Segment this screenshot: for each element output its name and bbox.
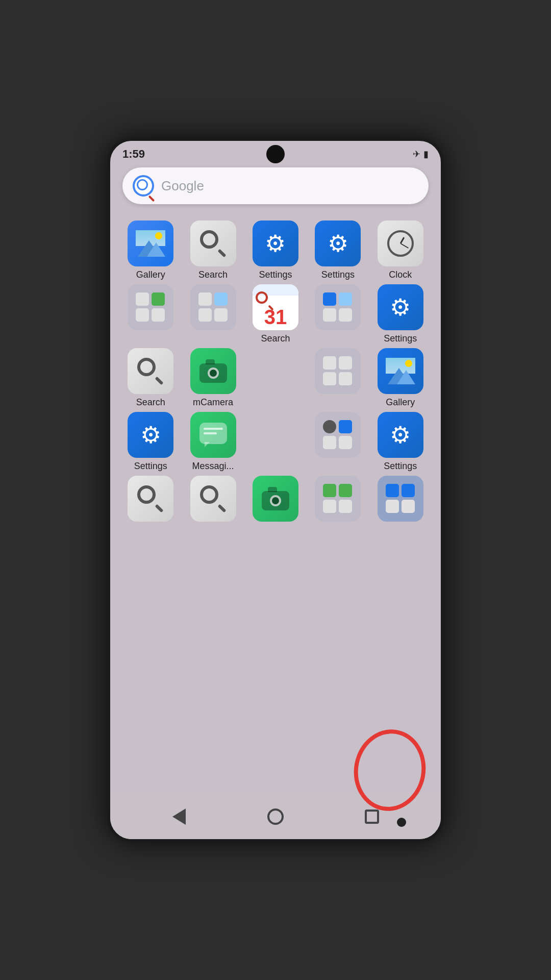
app-settings-3[interactable]: ⚙ Settings — [372, 284, 429, 344]
gallery-label: Gallery — [136, 270, 165, 280]
messaging-icon — [190, 412, 236, 458]
app-calendar[interactable]: 31 Search — [247, 284, 304, 344]
bottom-dot — [397, 818, 406, 827]
settings-3-label: Settings — [384, 333, 417, 344]
phone-frame: 1:59 ✈ ▮ Google — [107, 138, 444, 842]
settings-icon-5: ⚙ — [378, 412, 423, 458]
app-empty-1 — [247, 348, 304, 408]
app-search-3[interactable] — [122, 476, 179, 525]
nav-back-button[interactable] — [164, 801, 194, 832]
app-folder-4[interactable] — [310, 348, 366, 408]
screen-content: Google Gallery — [110, 167, 441, 525]
search-icon-3 — [128, 476, 173, 522]
app-empty-2 — [247, 412, 304, 472]
camera-notch — [266, 145, 285, 163]
calendar-icon: 31 — [253, 284, 298, 330]
settings-1-label: Settings — [259, 270, 292, 280]
search-overlay — [256, 291, 274, 310]
status-icons: ✈ ▮ — [413, 149, 429, 160]
clock-icon — [378, 220, 423, 266]
folder-6-icon — [315, 476, 361, 522]
settings-icon-4: ⚙ — [128, 412, 173, 458]
folder-7-icon — [378, 476, 423, 522]
search-icon-1 — [190, 220, 236, 266]
app-settings-1[interactable]: ⚙ Settings — [247, 220, 304, 280]
app-row-2: 31 Search ⚙ — [122, 284, 429, 344]
nav-home-button[interactable] — [260, 801, 291, 832]
search-icon-2 — [128, 348, 173, 394]
nav-bar — [110, 794, 441, 839]
app-folder-1[interactable] — [122, 284, 179, 344]
app-clock[interactable]: Clock — [372, 220, 429, 280]
app-settings-2[interactable]: ⚙ Settings — [310, 220, 366, 280]
recents-icon — [365, 810, 379, 824]
app-folder-5[interactable] — [310, 412, 366, 472]
app-folder-2[interactable] — [185, 284, 241, 344]
search-bar-placeholder: Google — [161, 178, 204, 194]
app-row-3: Search mCamera — [122, 348, 429, 408]
settings-5-label: Settings — [384, 461, 417, 472]
calendar-day: 31 — [264, 307, 287, 327]
calendar-label: Search — [261, 333, 290, 344]
app-search-2[interactable]: Search — [122, 348, 179, 408]
folder-4-icon — [315, 348, 361, 394]
folder-5-icon — [315, 412, 361, 458]
settings-4-label: Settings — [134, 461, 167, 472]
app-row-5 — [122, 476, 429, 525]
gallery-2-label: Gallery — [386, 397, 415, 408]
folder-2-icon — [190, 284, 236, 330]
messaging-label: Messagi... — [192, 461, 234, 472]
app-search-1[interactable]: Search — [185, 220, 241, 280]
gallery-icon — [128, 220, 173, 266]
gallery-2-icon — [378, 348, 423, 394]
home-icon — [267, 808, 284, 825]
app-row-4: ⚙ Settings — [122, 412, 429, 472]
search-1-label: Search — [198, 270, 228, 280]
nav-recents-button[interactable] — [357, 801, 387, 832]
app-folder-7[interactable] — [372, 476, 429, 525]
app-messaging[interactable]: Messagi... — [185, 412, 241, 472]
status-bar: 1:59 ✈ ▮ — [110, 141, 441, 167]
mcamera-2-icon — [253, 476, 298, 522]
google-magnifier-icon — [133, 175, 154, 197]
search-icon-4 — [190, 476, 236, 522]
mcamera-label: mCamera — [193, 397, 233, 408]
settings-icon-2: ⚙ — [315, 220, 361, 266]
app-settings-4[interactable]: ⚙ Settings — [122, 412, 179, 472]
mcamera-icon — [190, 348, 236, 394]
app-row-1: Gallery Search ⚙ Settings — [122, 220, 429, 280]
app-folder-3[interactable] — [310, 284, 366, 344]
back-icon — [172, 808, 186, 825]
app-settings-5[interactable]: ⚙ Settings — [372, 412, 429, 472]
app-mcamera[interactable]: mCamera — [185, 348, 241, 408]
status-time: 1:59 — [122, 148, 145, 161]
folder-1-icon — [128, 284, 173, 330]
airplane-icon: ✈ — [413, 149, 420, 160]
app-folder-6[interactable] — [310, 476, 366, 525]
battery-icon: ▮ — [423, 149, 429, 160]
app-search-4[interactable] — [185, 476, 241, 525]
settings-icon-3: ⚙ — [378, 284, 423, 330]
search-2-label: Search — [136, 397, 165, 408]
app-gallery[interactable]: Gallery — [122, 220, 179, 280]
app-gallery-2[interactable]: Gallery — [372, 348, 429, 408]
google-search-bar[interactable]: Google — [122, 167, 429, 204]
folder-3-icon — [315, 284, 361, 330]
settings-2-label: Settings — [321, 270, 355, 280]
clock-label: Clock — [389, 270, 412, 280]
settings-icon-1: ⚙ — [253, 220, 298, 266]
app-mcamera-2[interactable] — [247, 476, 304, 525]
